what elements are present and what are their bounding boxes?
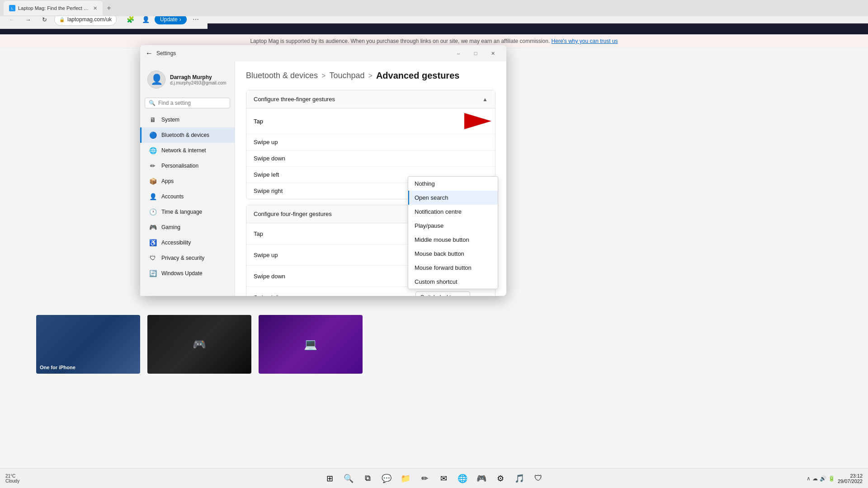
chat-button[interactable]: 💬: [378, 470, 395, 487]
user-email: d.j.murphy2493@gmail.com: [170, 80, 226, 85]
maximize-button[interactable]: □: [467, 47, 484, 60]
breadcrumb-current: Advanced gestures: [376, 70, 460, 81]
breadcrumb-touchpad[interactable]: Touchpad: [329, 71, 364, 80]
settings-sidebar: 👤 Darragh Murphy d.j.murphy2493@gmail.co…: [140, 61, 235, 296]
sidebar-item-update[interactable]: 🔄 Windows Update: [140, 266, 235, 281]
affiliate-text: Laptop Mag is supported by its audience.…: [250, 38, 550, 44]
dropdown-item-custom-shortcut[interactable]: Custom shortcut: [408, 275, 498, 289]
browser-chrome: L Laptop Mag: Find the Perfect La... ✕ +…: [0, 0, 868, 23]
sidebar-label-bluetooth: Bluetooth & devices: [161, 132, 209, 138]
sidebar-label-gaming: Gaming: [161, 224, 180, 230]
dropdown-item-play-pause[interactable]: Play/pause: [408, 219, 498, 233]
tray-network-icon[interactable]: ☁: [812, 475, 818, 482]
network-icon: 🌐: [149, 146, 157, 155]
three-finger-tap-label: Tap: [254, 118, 460, 125]
weather-temp: 21°C: [5, 474, 15, 479]
mail-button[interactable]: ✉: [435, 470, 452, 487]
new-tab-button[interactable]: +: [103, 2, 115, 14]
time-icon: 🕐: [149, 208, 157, 216]
article-image-3: 💻: [259, 315, 363, 374]
address-url: laptopmag.com/uk: [67, 16, 112, 23]
affiliate-link[interactable]: Here's why you can trust us: [552, 38, 618, 44]
article-card-1[interactable]: One for iPhone: [36, 315, 140, 374]
security-button[interactable]: 🛡: [530, 470, 547, 487]
dropdown-item-open-search[interactable]: Open search: [408, 191, 498, 205]
start-button[interactable]: ⊞: [321, 470, 338, 487]
weather-info: 21°C Cloudy: [5, 474, 19, 483]
sidebar-item-network[interactable]: 🌐 Network & internet: [140, 143, 235, 158]
article-label-1: One for iPhone: [40, 365, 75, 370]
sidebar-label-apps: Apps: [161, 178, 174, 184]
article-area: One for iPhone 🎮 💻: [0, 306, 868, 383]
sidebar-item-accessibility[interactable]: ♿ Accessibility: [140, 235, 235, 250]
xbox-button[interactable]: 🎮: [473, 470, 490, 487]
tray-battery-icon[interactable]: 🔋: [828, 475, 835, 482]
settings-window: ← Settings – □ ✕ 👤 Darragh Murphy d.j.mu…: [140, 45, 506, 296]
sidebar-item-system[interactable]: 🖥 System: [140, 112, 235, 127]
apps-icon: 📦: [149, 177, 157, 185]
settings-body: 👤 Darragh Murphy d.j.murphy2493@gmail.co…: [140, 61, 506, 296]
three-finger-title: Configure three-finger gestures: [254, 96, 335, 103]
tray-chevron[interactable]: ∧: [807, 475, 811, 482]
task-view-button[interactable]: ⧉: [359, 470, 376, 487]
four-finger-swipe-left-label: Swipe left: [254, 294, 415, 296]
steam-button[interactable]: 🎵: [511, 470, 528, 487]
sidebar-label-accounts: Accounts: [161, 193, 184, 200]
three-finger-swipe-up-label: Swipe up: [254, 139, 488, 145]
system-icon: 🖥: [149, 116, 157, 124]
breadcrumb-bluetooth[interactable]: Bluetooth & devices: [246, 71, 318, 80]
search-icon: 🔍: [149, 100, 156, 106]
minimize-button[interactable]: –: [450, 47, 467, 60]
personalisation-icon: ✏: [149, 162, 157, 170]
sidebar-label-update: Windows Update: [161, 270, 203, 277]
titlebar-back-button[interactable]: ←: [146, 49, 153, 57]
article-image-1: One for iPhone: [36, 315, 140, 374]
search-taskbar-button[interactable]: 🔍: [340, 470, 357, 487]
article-image-2: 🎮: [147, 315, 251, 374]
explorer-button[interactable]: 📁: [397, 470, 414, 487]
four-finger-tap-label: Tap: [254, 230, 415, 237]
close-button[interactable]: ✕: [485, 47, 501, 60]
tab-bar: L Laptop Mag: Find the Perfect La... ✕ +: [0, 0, 868, 16]
four-finger-swipe-left-dropdown[interactable]: Switch desktops ▾: [415, 291, 470, 296]
sidebar-item-gaming[interactable]: 🎮 Gaming: [140, 220, 235, 235]
sidebar-item-time[interactable]: 🕐 Time & language: [140, 204, 235, 220]
privacy-icon: 🛡: [149, 254, 157, 262]
search-input[interactable]: [158, 100, 226, 106]
xd-button[interactable]: ✏: [416, 470, 433, 487]
system-tray: ∧ ☁ 🔊 🔋: [807, 475, 835, 482]
article-card-3[interactable]: 💻: [259, 315, 363, 374]
current-date: 29/07/2022: [838, 479, 863, 484]
sidebar-item-accounts[interactable]: 👤 Accounts: [140, 189, 235, 204]
tab-close-button[interactable]: ✕: [93, 5, 97, 11]
active-tab[interactable]: L Laptop Mag: Find the Perfect La... ✕: [4, 1, 103, 15]
three-finger-tap-row: Tap: [246, 108, 495, 134]
sidebar-item-personalisation[interactable]: ✏ Personalisation: [140, 158, 235, 174]
dropdown-item-mouse-back[interactable]: Mouse back button: [408, 247, 498, 261]
tray-sound-icon[interactable]: 🔊: [820, 475, 826, 482]
browser-taskbar-button[interactable]: 🌐: [454, 470, 471, 487]
bluetooth-icon: 🔵: [149, 131, 157, 139]
user-info: Darragh Murphy d.j.murphy2493@gmail.com: [170, 74, 226, 85]
three-finger-swipe-down-label: Swipe down: [254, 155, 488, 162]
dropdown-item-middle-mouse[interactable]: Middle mouse button: [408, 233, 498, 247]
four-finger-title: Configure four-finger gestures: [254, 211, 332, 217]
three-finger-header[interactable]: Configure three-finger gestures ▲: [246, 90, 495, 108]
window-title: Settings: [156, 50, 450, 56]
settings-main: Bluetooth & devices > Touchpad > Advance…: [235, 61, 506, 296]
sidebar-item-privacy[interactable]: 🛡 Privacy & security: [140, 250, 235, 266]
article-card-2[interactable]: 🎮: [147, 315, 251, 374]
current-time: 23:12: [850, 473, 863, 479]
sidebar-item-apps[interactable]: 📦 Apps: [140, 174, 235, 189]
dropdown-item-notification-centre[interactable]: Notification centre: [408, 205, 498, 219]
three-finger-swipe-up-row: Swipe up: [246, 134, 495, 150]
sidebar-label-personalisation: Personalisation: [161, 163, 198, 169]
breadcrumb-sep-1: >: [321, 72, 326, 80]
settings-taskbar-button[interactable]: ⚙: [492, 470, 509, 487]
dropdown-item-nothing[interactable]: Nothing: [408, 177, 498, 191]
tab-title: Laptop Mag: Find the Perfect La...: [18, 5, 90, 11]
breadcrumb-sep-2: >: [368, 72, 373, 80]
dropdown-item-mouse-forward[interactable]: Mouse forward button: [408, 261, 498, 275]
sidebar-item-bluetooth[interactable]: 🔵 Bluetooth & devices: [140, 127, 235, 143]
datetime-display[interactable]: 23:12 29/07/2022: [838, 473, 863, 484]
